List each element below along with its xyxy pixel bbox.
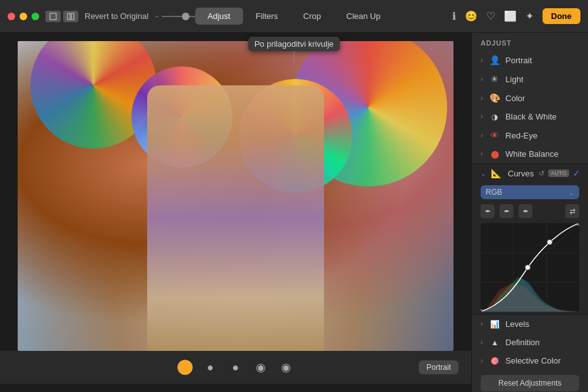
heart-icon[interactable]: ♡ (486, 10, 495, 22)
selective-color-label: Selective Color (505, 356, 579, 365)
curves-header[interactable]: ⌄ 📐 Curves ↺ AUTO ✓ (472, 164, 588, 183)
adjust-item-redeye[interactable]: › 👁 Red-Eye (472, 126, 588, 145)
light-icon: ✳ (489, 74, 500, 84)
tool-circle2[interactable]: ● (228, 360, 243, 375)
curves-check-icon[interactable]: ✓ (573, 168, 580, 178)
person-silhouette (147, 85, 324, 351)
tab-adjust[interactable]: Adjust (195, 8, 243, 25)
adjust-item-portrait[interactable]: › 👤 Portrait (472, 51, 588, 70)
curves-icon: 📐 (491, 168, 501, 178)
single-view-btn[interactable] (45, 11, 61, 22)
tooltip-line (294, 51, 294, 64)
light-label: Light (505, 75, 579, 84)
panel-header: ADJUST (472, 33, 588, 51)
minimize-button[interactable] (20, 13, 27, 20)
svg-point-10 (577, 223, 579, 226)
wb-icon: ⬤ (489, 150, 500, 159)
svg-rect-0 (50, 13, 56, 20)
done-button[interactable]: Done (543, 8, 581, 24)
curves-section: ⌄ 📐 Curves ↺ AUTO ✓ RGB Red Green Blue (472, 163, 588, 315)
chevron-right-icon: › (481, 357, 483, 364)
curves-tools: ✒ ✒ ✒ ⇄ (472, 202, 588, 221)
levels-icon: 📊 (489, 320, 500, 329)
chevron-right-icon: › (481, 150, 483, 157)
chevron-right-icon: › (481, 95, 483, 102)
adjust-item-light[interactable]: › ✳ Light (472, 70, 588, 89)
chevron-right-icon: › (481, 76, 483, 83)
portrait-button[interactable]: Portrait (419, 360, 459, 374)
chevron-right-icon: › (481, 321, 483, 328)
tab-cleanup[interactable]: Clean Up (333, 8, 393, 25)
chevron-right-icon: › (481, 339, 483, 346)
chevron-right-icon: › (481, 113, 483, 120)
bw-label: Black & White (505, 112, 579, 121)
tool-circle3[interactable]: ◉ (253, 360, 268, 375)
view-toggle (45, 11, 78, 22)
redeye-label: Red-Eye (505, 131, 579, 140)
redeye-icon: 👁 (489, 130, 500, 140)
traffic-lights (8, 13, 39, 20)
adjust-item-definition[interactable]: › ▲ Definition (472, 333, 588, 352)
tooltip-text: Po prilagoditvi krivulje (248, 37, 340, 51)
selective-color-icon: 🎯 (489, 357, 500, 365)
titlebar: Revert to Original − + Adjust Filters Cr… (0, 0, 588, 33)
reset-adjustments-button[interactable]: Reset Adjustments (481, 375, 579, 391)
curves-svg (481, 223, 579, 312)
revert-button[interactable]: Revert to Original (85, 11, 148, 21)
portrait-label: Portrait (505, 56, 579, 65)
rgb-select-wrapper: RGB Red Green Blue (481, 185, 579, 199)
curves-header-right: ↺ AUTO ✓ (539, 168, 580, 178)
tool-star[interactable]: ✦ (177, 360, 193, 375)
adjust-item-selective-color[interactable]: › 🎯 Selective Color (472, 352, 588, 370)
svg-rect-1 (68, 13, 70, 20)
nav-tabs: Adjust Filters Crop Clean Up (195, 8, 393, 25)
color-label: Color (505, 94, 579, 103)
maximize-button[interactable] (32, 13, 39, 20)
curves-label: Curves (508, 169, 534, 178)
adjust-item-wb[interactable]: › ⬤ White Balance (472, 145, 588, 163)
definition-icon: ▲ (489, 338, 500, 347)
curves-auto-badge: AUTO (548, 169, 569, 177)
svg-point-8 (525, 265, 531, 270)
photo-bottom-bar: ✦ ● ● ◉ ◉ Portrait (0, 351, 471, 384)
split-view-btn[interactable] (63, 11, 78, 22)
svg-point-11 (481, 309, 483, 312)
settings-icon[interactable]: ✦ (525, 10, 534, 22)
right-panel: ADJUST › 👤 Portrait › ✳ Light › 🎨 Color … (471, 33, 588, 392)
curve-swap-button[interactable]: ⇄ (565, 204, 579, 218)
undo-icon: ↺ (539, 169, 544, 178)
share-icon[interactable]: ⬜ (504, 10, 517, 22)
definition-label: Definition (505, 338, 579, 347)
tool-circle1[interactable]: ● (203, 360, 218, 375)
tool-circle4[interactable]: ◉ (279, 360, 294, 375)
main-content: ✦ ● ● ◉ ◉ Portrait ADJUST › 👤 Portrait ›… (0, 33, 588, 392)
bw-icon: ◑ (489, 113, 500, 121)
chevron-right-icon: › (481, 132, 483, 139)
chevron-down-icon: ⌄ (481, 170, 486, 177)
tab-filters[interactable]: Filters (243, 8, 291, 25)
photo-frame (18, 41, 453, 351)
adjust-item-bw[interactable]: › ◑ Black & White (472, 107, 588, 126)
color-icon: 🎨 (489, 93, 500, 103)
tooltip-container: Po prilagoditvi krivulje (248, 37, 340, 64)
curve-tool-black-point[interactable]: ✒ (481, 204, 495, 218)
curves-graph (481, 223, 579, 312)
info-icon[interactable]: ℹ (452, 10, 456, 22)
photo-area: ✦ ● ● ◉ ◉ Portrait (0, 33, 471, 392)
close-button[interactable] (8, 13, 15, 20)
svg-rect-2 (71, 13, 74, 20)
rgb-channel-select[interactable]: RGB Red Green Blue (481, 185, 579, 199)
curve-tool-white-point[interactable]: ✒ (519, 204, 532, 218)
toolbar-right: ℹ 😊 ♡ ⬜ ✦ Done (452, 8, 581, 24)
svg-point-9 (547, 240, 552, 245)
curve-tool-mid-point[interactable]: ✒ (500, 204, 513, 218)
wb-label: White Balance (505, 149, 579, 159)
tab-crop[interactable]: Crop (291, 8, 333, 25)
adjust-item-color[interactable]: › 🎨 Color (472, 89, 588, 107)
portrait-icon: 👤 (489, 55, 500, 65)
photo-background (18, 41, 453, 351)
emoji-icon[interactable]: 😊 (465, 10, 477, 22)
levels-label: Levels (505, 319, 579, 329)
adjust-item-levels[interactable]: › 📊 Levels (472, 315, 588, 333)
chevron-right-icon: › (481, 57, 483, 64)
